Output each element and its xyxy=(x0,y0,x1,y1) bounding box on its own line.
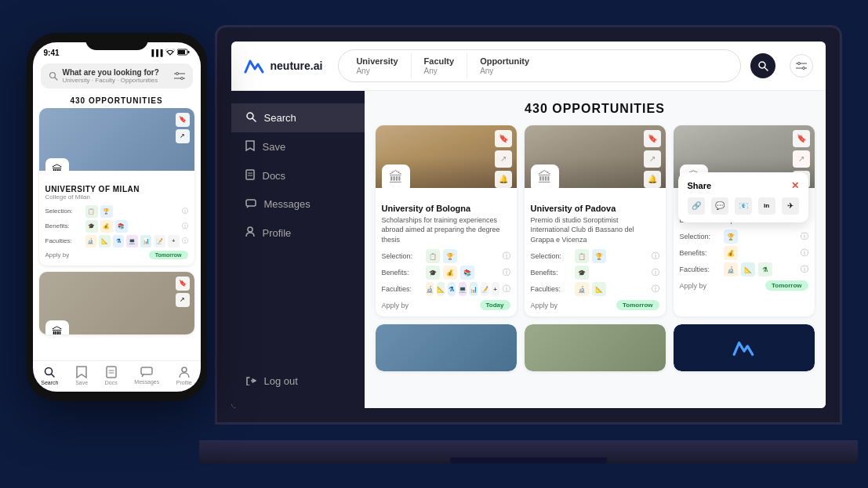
sidebar-messages-label: Messages xyxy=(264,198,311,210)
filter-opportunity-value: Any xyxy=(480,67,493,75)
filter-opportunity[interactable]: Opportunity Any xyxy=(467,53,542,78)
filter-settings-button[interactable] xyxy=(790,54,813,78)
card-partial-3 xyxy=(674,324,815,371)
padova-name: University of Padova xyxy=(531,204,659,213)
laptop-body: Search Save Docs xyxy=(231,91,826,408)
card-partial-1 xyxy=(376,324,517,371)
verona-faculties: Faculties: 🔬 📐 ⚗ ⓘ xyxy=(680,262,808,277)
sidebar-item-messages[interactable]: Messages xyxy=(231,190,365,219)
phone-nav: Search Save Docs xyxy=(33,360,201,392)
card-padova-image: 🔖 ↗ 🔔 🏛 xyxy=(525,125,666,188)
ben-label-p: Benefits: xyxy=(531,269,572,277)
phone: 9:41 ▐▐▐ What are you xyxy=(27,33,207,401)
alert-btn-padova[interactable]: 🔔 xyxy=(644,171,661,188)
share-popup: Share ✕ 🔗 💬 📧 in ✈ xyxy=(678,172,808,222)
phone-scroll-area[interactable]: 🔖 ↗ 🏛 UNIVERSITY OF MILAN College of Mil… xyxy=(33,108,201,360)
phone-nav-save[interactable]: Save xyxy=(75,366,88,385)
filter-university[interactable]: University Any xyxy=(343,53,411,78)
scene: neuture.ai University Any Faculty Any Op… xyxy=(11,9,858,479)
ben-tag-3: 📚 xyxy=(460,266,474,280)
phone-card-milan: 🔖 ↗ 🏛 UNIVERSITY OF MILAN College of Mil… xyxy=(39,108,194,266)
sidebar-item-logout[interactable]: Log out xyxy=(231,367,365,396)
phone-nav-docs-label: Docs xyxy=(105,380,118,385)
phone-milan-sub: College of Milan xyxy=(45,193,188,201)
phone-nav-profile-label: Profile xyxy=(176,380,192,385)
share-close-btn[interactable]: ✕ xyxy=(791,180,799,191)
bologna-deadline: Today xyxy=(480,300,510,310)
filter-faculty-label: Faculty xyxy=(424,56,455,66)
signal-icon: ▐▐▐ xyxy=(149,49,162,56)
phone-nav-docs-icon xyxy=(106,366,117,378)
sidebar-item-docs[interactable]: Docs xyxy=(231,161,365,190)
logo-text: neuture.ai xyxy=(271,60,323,72)
card-partial-2 xyxy=(525,324,666,371)
faculties-info[interactable]: ⓘ xyxy=(503,284,510,295)
svg-line-1 xyxy=(764,67,768,70)
svg-point-5 xyxy=(802,67,804,69)
logo: neuture.ai xyxy=(244,58,323,74)
share-whatsapp-btn[interactable]: 💬 xyxy=(711,197,728,215)
svg-point-29 xyxy=(182,367,187,372)
sidebar-item-save[interactable]: Save xyxy=(231,132,365,161)
share-btn-verona[interactable]: ↗ xyxy=(793,150,810,168)
share-telegram-btn[interactable]: ✈ xyxy=(782,197,799,215)
phone-nav-messages[interactable]: Messages xyxy=(134,367,159,385)
laptop-header: neuture.ai University Any Faculty Any Op… xyxy=(231,42,826,91)
bookmark-btn-padova[interactable]: 🔖 xyxy=(644,130,661,147)
svg-rect-25 xyxy=(107,367,116,378)
svg-line-7 xyxy=(252,118,256,121)
alert-btn-bologna[interactable]: 🔔 xyxy=(495,171,512,188)
benefits-info[interactable]: ⓘ xyxy=(503,267,510,278)
phone-nav-messages-icon xyxy=(140,367,153,378)
svg-rect-16 xyxy=(187,51,189,53)
bologna-apply-label: Apply by xyxy=(382,302,409,309)
phone-filter-icon[interactable] xyxy=(174,72,185,80)
benefits-label: Benefits: xyxy=(382,269,423,277)
share-link-btn[interactable]: 🔗 xyxy=(688,197,705,215)
svg-line-18 xyxy=(54,77,57,80)
logout-icon xyxy=(245,375,256,388)
selection-info[interactable]: ⓘ xyxy=(503,251,510,262)
search-icon xyxy=(245,111,256,125)
svg-point-12 xyxy=(248,227,252,232)
card-padova-body: University of Padova Premio di studio So… xyxy=(525,188,666,317)
phone-nav-search[interactable]: Search xyxy=(41,366,58,385)
card-bologna-body: University of Bologna Scholarships for t… xyxy=(376,188,517,317)
phone-second-share[interactable]: ↗ xyxy=(176,293,190,307)
svg-rect-15 xyxy=(178,50,185,54)
share-label: Share xyxy=(688,181,712,190)
share-linkedin-btn[interactable]: in xyxy=(758,197,775,215)
verona-deadline: Tomorrow xyxy=(765,280,808,291)
phone-nav-profile[interactable]: Profile xyxy=(176,366,192,385)
phone-second-logo: 🏛 xyxy=(45,320,69,334)
filter-university-label: University xyxy=(356,56,398,66)
svg-rect-11 xyxy=(246,200,256,206)
bookmark-icon xyxy=(245,140,255,154)
sidebar-item-search[interactable]: Search xyxy=(231,103,365,132)
phone-milan-body: UNIVERSITY OF MILAN College of Milan Sel… xyxy=(39,171,194,266)
phone-milan-benefits: Benefits: 🎓 💰 📚 ⓘ xyxy=(45,220,188,233)
ben-tag-1: 🎓 xyxy=(426,266,440,280)
phone-second-bookmark[interactable]: 🔖 xyxy=(176,277,190,291)
phone-search-text: What are you looking for? University · F… xyxy=(63,68,169,84)
bookmark-btn-verona[interactable]: 🔖 xyxy=(793,130,810,147)
filter-bar[interactable]: University Any Faculty Any Opportunity A… xyxy=(338,49,740,82)
card-bologna: 🔖 ↗ 🔔 🏛 University of Bologna Scholarshi… xyxy=(376,125,517,317)
bologna-selection: Selection: 📋 🏆 ⓘ xyxy=(382,249,510,263)
phone-search-bar[interactable]: What are you looking for? University · F… xyxy=(41,63,193,89)
share-email-btn[interactable]: 📧 xyxy=(735,197,752,215)
bologna-desc: Scholarships for training experiences ab… xyxy=(382,215,510,245)
bologna-apply: Apply by Today xyxy=(382,300,510,310)
search-button[interactable] xyxy=(750,53,775,78)
filter-faculty[interactable]: Faculty Any xyxy=(412,53,468,78)
bookmark-btn-bologna[interactable]: 🔖 xyxy=(495,130,512,147)
phone-share-btn[interactable]: ↗ xyxy=(176,129,190,143)
share-btn-padova[interactable]: ↗ xyxy=(644,150,661,168)
sidebar-item-profile[interactable]: Profile xyxy=(231,219,365,248)
filter-university-value: Any xyxy=(356,67,369,75)
phone-bookmark-btn[interactable]: 🔖 xyxy=(176,113,190,127)
share-btn-bologna[interactable]: ↗ xyxy=(495,150,512,168)
card-verona: 🔖 ↗ 🔔 🏛 Share xyxy=(674,125,815,317)
phone-nav-docs[interactable]: Docs xyxy=(105,366,118,385)
phone-milan-actions: 🔖 ↗ xyxy=(176,113,190,143)
